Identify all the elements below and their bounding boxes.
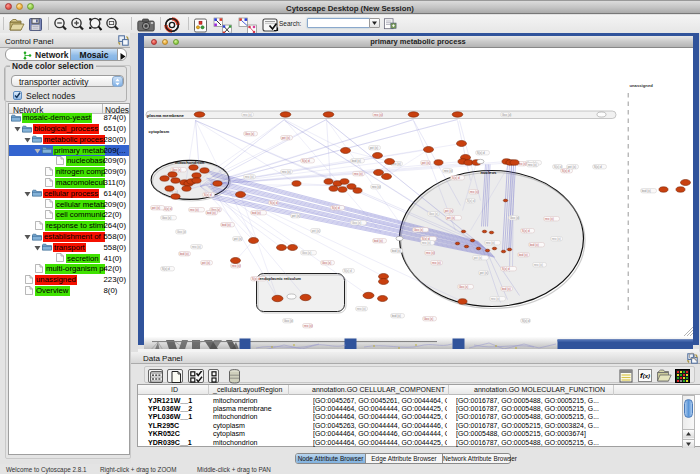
svg-text:nnx (x): nnx (x) [191, 244, 200, 248]
svg-text:nnx (x): nnx (x) [544, 216, 553, 220]
svg-text:Gxx (x): Gxx (x) [413, 227, 423, 231]
svg-text:nnx (x): nnx (x) [551, 236, 560, 240]
svg-text:nnx (x): nnx (x) [244, 174, 253, 178]
svg-text:Gxx (x): Gxx (x) [428, 211, 438, 215]
svg-text:nnx (x): nnx (x) [373, 112, 382, 116]
svg-text:S(x) d: S(x) d [161, 266, 169, 270]
svg-text:nnx (x): nnx (x) [353, 171, 362, 175]
svg-text:S(x) d: S(x) d [301, 158, 309, 162]
svg-text:nnx (x): nnx (x) [421, 240, 430, 244]
svg-text:Gxx (x): Gxx (x) [458, 284, 468, 288]
svg-text:nnx (x): nnx (x) [443, 168, 452, 172]
svg-text:pxt (x): pxt (x) [151, 205, 159, 209]
svg-text:S(x) d: S(x) d [561, 168, 569, 172]
svg-text:S(x) d: S(x) d [476, 150, 484, 154]
svg-text:nnx (x): nnx (x) [527, 162, 536, 166]
svg-text:Gxx (x): Gxx (x) [171, 167, 181, 171]
svg-text:S(x) d: S(x) d [593, 164, 601, 168]
svg-text:endoplasmic reticulum: endoplasmic reticulum [259, 276, 301, 280]
svg-text:pxt (x): pxt (x) [201, 260, 209, 264]
svg-text:Gxx (x): Gxx (x) [321, 260, 331, 264]
svg-text:bxd (x): bxd (x) [179, 251, 188, 255]
svg-text:S(x) d: S(x) d [521, 318, 529, 322]
svg-text:S(x) d: S(x) d [501, 266, 509, 270]
svg-text:bxd (x): bxd (x) [373, 238, 382, 242]
svg-text:pxt (x): pxt (x) [444, 208, 452, 212]
svg-text:bxd (x): bxd (x) [641, 188, 650, 192]
svg-text:plasma membrane: plasma membrane [147, 112, 184, 117]
svg-text:pxt (x): pxt (x) [311, 228, 319, 232]
svg-text:unassigned: unassigned [629, 83, 653, 88]
svg-text:nnx (x): nnx (x) [242, 112, 251, 116]
svg-text:pxt (x): pxt (x) [369, 145, 377, 149]
svg-text:nnx (x): nnx (x) [281, 169, 290, 173]
svg-text:Gxx (x): Gxx (x) [423, 316, 433, 320]
svg-text:Gxx (x): Gxx (x) [161, 215, 171, 219]
svg-text:S(x) d: S(x) d [553, 164, 561, 168]
svg-text:bxd (x): bxd (x) [518, 252, 527, 256]
svg-text:mitochondrion: mitochondrion [175, 159, 205, 164]
svg-text:nnx (x): nnx (x) [431, 260, 440, 264]
svg-text:nnx (x): nnx (x) [485, 240, 494, 244]
svg-text:nnx (x): nnx (x) [303, 323, 312, 327]
svg-text:nnx (x): nnx (x) [356, 306, 365, 310]
svg-text:pxt (x): pxt (x) [567, 164, 575, 168]
svg-text:bxd (x): bxd (x) [351, 158, 360, 162]
svg-text:Gxx (x): Gxx (x) [351, 220, 361, 224]
svg-text:S(x) d: S(x) d [466, 198, 474, 202]
svg-text:pxt (x): pxt (x) [479, 270, 487, 274]
svg-text:S(x) d: S(x) d [331, 205, 339, 209]
svg-text:bxd (x): bxd (x) [391, 248, 400, 252]
svg-text:S(x) d: S(x) d [269, 200, 277, 204]
svg-text:bxd (x): bxd (x) [251, 210, 260, 214]
svg-text:Gxx (x): Gxx (x) [244, 131, 254, 135]
svg-text:bxd (x): bxd (x) [221, 222, 230, 226]
svg-text:S(x) d: S(x) d [203, 192, 211, 196]
svg-text:pxt (x): pxt (x) [473, 255, 481, 259]
svg-text:Gxx (x): Gxx (x) [176, 229, 186, 233]
svg-text:pxt (x): pxt (x) [421, 160, 429, 164]
svg-text:pxt (x): pxt (x) [446, 215, 454, 219]
svg-text:bxd (x): bxd (x) [501, 286, 510, 290]
svg-text:Gxx (x): Gxx (x) [301, 250, 311, 254]
svg-text:pxt (x): pxt (x) [291, 213, 299, 217]
svg-text:S(x) d: S(x) d [343, 268, 351, 272]
svg-text:S(x) d: S(x) d [163, 206, 171, 210]
svg-text:S(x) d: S(x) d [521, 228, 529, 232]
svg-text:nnx (x): nnx (x) [469, 189, 478, 193]
svg-text:nucleus: nucleus [480, 169, 496, 174]
svg-text:nnx (x): nnx (x) [371, 184, 380, 188]
svg-text:S(x) d: S(x) d [451, 175, 459, 179]
svg-text:Gxx (x): Gxx (x) [509, 215, 519, 219]
svg-text:nnx (x): nnx (x) [533, 262, 542, 266]
svg-text:nnx (x): nnx (x) [189, 207, 198, 211]
svg-text:nnx (x): nnx (x) [490, 296, 499, 300]
svg-text:pxt (x): pxt (x) [281, 135, 289, 139]
svg-text:Gxx (x): Gxx (x) [501, 112, 511, 116]
svg-text:Gxx (x): Gxx (x) [283, 318, 293, 322]
svg-text:nnx (x): nnx (x) [231, 263, 240, 267]
svg-text:bxd (x): bxd (x) [206, 210, 215, 214]
svg-text:nnx (x): nnx (x) [425, 250, 434, 254]
svg-text:bxd (x): bxd (x) [529, 242, 538, 246]
svg-text:bxd (x): bxd (x) [391, 313, 400, 317]
svg-text:cytoplasm: cytoplasm [148, 128, 169, 133]
svg-text:pxt (x): pxt (x) [233, 236, 241, 240]
